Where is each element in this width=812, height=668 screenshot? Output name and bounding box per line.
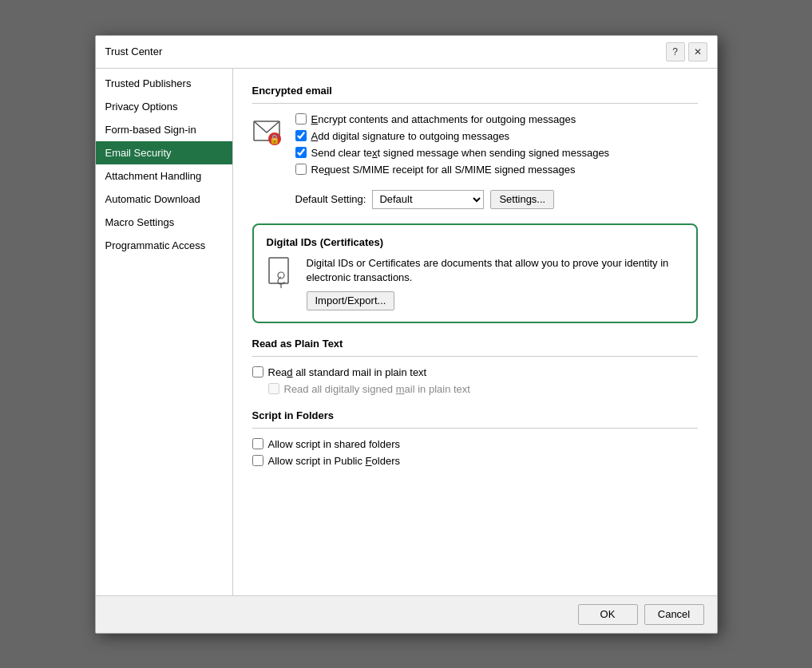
encrypt-contents-label: Encrypt contents and attachments for out… (311, 113, 576, 125)
ok-button[interactable]: OK (578, 604, 638, 625)
digital-ids-title: Digital IDs (Certificates) (267, 236, 683, 248)
trust-center-window: Trust Center ? ✕ Trusted PublishersPriva… (95, 35, 718, 634)
script-in-folders-title: Script in Folders (252, 409, 698, 421)
default-setting-select[interactable]: Default (372, 190, 484, 209)
digital-ids-right: Digital IDs or Certificates are document… (307, 256, 683, 310)
encrypted-email-divider (252, 103, 698, 104)
script-in-folders-section: Script in Folders Allow script in shared… (252, 409, 698, 467)
read-signed-label: Read all digitally signed mail in plain … (284, 383, 470, 395)
read-standard-label: Read all standard mail in plain text (268, 366, 427, 378)
encrypt-contents-checkbox[interactable] (295, 113, 307, 125)
default-setting-row: Default Setting: Default Settings... (295, 190, 698, 209)
default-setting-label: Default Setting: (295, 193, 366, 205)
checkbox-row-allow-public: Allow script in Public Folders (252, 455, 698, 467)
digital-ids-content: Digital IDs or Certificates are document… (267, 256, 683, 310)
read-plain-text-title: Read as Plain Text (252, 338, 698, 350)
sidebar-item-form-based-signin[interactable]: Form-based Sign-in (96, 118, 232, 141)
close-button[interactable]: ✕ (688, 42, 707, 61)
encrypted-email-area: 🔒 Encrypt contents and attachments for o… (252, 113, 698, 180)
allow-public-label: Allow script in Public Folders (268, 455, 400, 467)
encrypted-email-checkboxes: Encrypt contents and attachments for out… (295, 113, 610, 180)
allow-shared-label: Allow script in shared folders (268, 438, 400, 450)
script-in-folders-divider (252, 428, 698, 429)
digital-ids-section: Digital IDs (Certificates) Digital IDs o… (252, 223, 698, 323)
sidebar-item-trusted-publishers[interactable]: Trusted Publishers (96, 72, 232, 95)
checkbox-row-clear-text: Send clear text signed message when send… (295, 147, 610, 159)
sidebar-item-automatic-download[interactable]: Automatic Download (96, 188, 232, 211)
send-clear-text-checkbox[interactable] (295, 147, 307, 158)
window-title: Trust Center (105, 45, 163, 57)
footer: OK Cancel (96, 595, 717, 633)
checkbox-row-allow-shared: Allow script in shared folders (252, 438, 698, 450)
email-icon: 🔒 (252, 117, 284, 148)
allow-public-checkbox[interactable] (252, 455, 263, 466)
add-digital-sig-label: Add digital signature to outgoing messag… (311, 130, 510, 142)
read-standard-checkbox[interactable] (252, 366, 263, 377)
import-export-button[interactable]: Import/Export... (307, 291, 395, 310)
read-plain-text-divider (252, 356, 698, 357)
content-area: Trusted PublishersPrivacy OptionsForm-ba… (96, 69, 717, 595)
help-button[interactable]: ? (666, 42, 685, 61)
main-panel: Encrypted email 🔒 Encrypt contents and a… (233, 69, 717, 595)
sidebar: Trusted PublishersPrivacy OptionsForm-ba… (96, 69, 233, 595)
checkbox-row-read-standard: Read all standard mail in plain text (252, 366, 698, 378)
sidebar-item-programmatic-access[interactable]: Programmatic Access (96, 234, 232, 257)
cancel-button[interactable]: Cancel (644, 604, 704, 625)
svg-point-4 (278, 272, 284, 279)
digital-ids-description: Digital IDs or Certificates are document… (307, 256, 683, 285)
sidebar-item-attachment-handling[interactable]: Attachment Handling (96, 164, 232, 188)
request-smime-label: Request S/MIME receipt for all S/MIME si… (311, 164, 576, 176)
checkbox-row-smime: Request S/MIME receipt for all S/MIME si… (295, 164, 610, 176)
encrypted-email-title: Encrypted email (252, 85, 698, 97)
digital-ids-box: Digital IDs (Certificates) Digital IDs o… (252, 223, 698, 323)
request-smime-checkbox[interactable] (295, 164, 307, 175)
add-digital-sig-checkbox[interactable] (295, 130, 307, 141)
checkbox-row-read-signed: Read all digitally signed mail in plain … (268, 383, 698, 395)
checkbox-row-encrypt: Encrypt contents and attachments for out… (295, 113, 610, 125)
certificate-icon (267, 256, 295, 291)
checkbox-row-add-sig: Add digital signature to outgoing messag… (295, 130, 610, 142)
sidebar-item-macro-settings[interactable]: Macro Settings (96, 211, 232, 234)
title-bar-buttons: ? ✕ (666, 42, 707, 61)
read-signed-checkbox[interactable] (268, 383, 279, 394)
sidebar-item-email-security[interactable]: Email Security (96, 141, 232, 164)
title-bar: Trust Center ? ✕ (96, 36, 717, 69)
read-plain-text-section: Read as Plain Text Read all standard mai… (252, 338, 698, 395)
send-clear-text-label: Send clear text signed message when send… (311, 147, 610, 159)
svg-text:🔒: 🔒 (269, 133, 280, 144)
allow-shared-checkbox[interactable] (252, 438, 263, 449)
sidebar-item-privacy-options[interactable]: Privacy Options (96, 95, 232, 118)
settings-button[interactable]: Settings... (490, 190, 554, 209)
